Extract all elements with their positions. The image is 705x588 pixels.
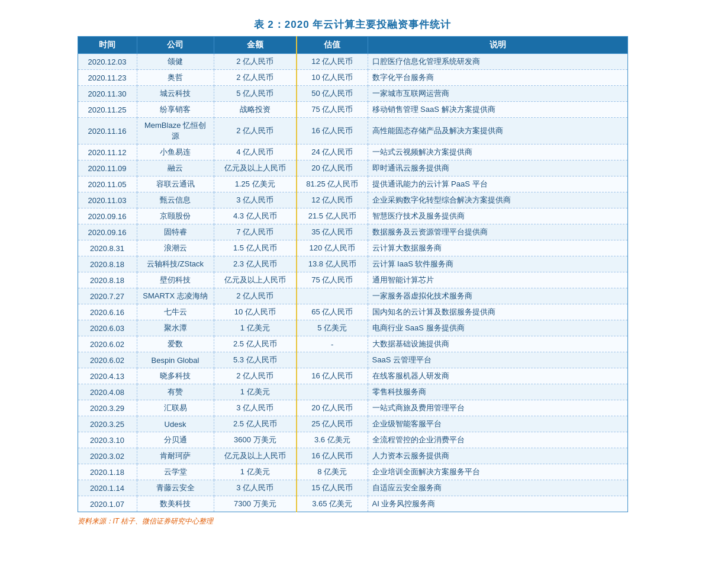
main-table: 时间 公司 金额 估值 说明 2020.12.03颌健2 亿人民币12 亿人民币… <box>78 36 628 512</box>
cell-amount: 2.5 亿人民币 <box>214 416 297 432</box>
cell-desc: 一站式云视频解决方案提供商 <box>368 144 627 160</box>
cell-amount: 7300 万美元 <box>214 496 297 512</box>
cell-amount: 1 亿美元 <box>214 464 297 480</box>
cell-desc: 企业培训全面解决方案服务平台 <box>368 464 627 480</box>
cell-valuation: 3.6 亿美元 <box>297 432 368 448</box>
cell-time: 2020.09.16 <box>78 208 137 224</box>
cell-amount: 5.3 亿人民币 <box>214 352 297 368</box>
cell-amount: 4.3 亿人民币 <box>214 208 297 224</box>
cell-valuation: 65 亿人民币 <box>297 304 368 320</box>
table-row: 2020.11.30城云科技5 亿人民币50 亿人民币一家城市互联网运营商 <box>78 86 627 102</box>
cell-valuation: 50 亿人民币 <box>297 86 368 102</box>
cell-amount: 1 亿美元 <box>214 384 297 400</box>
cell-time: 2020.11.12 <box>78 144 137 160</box>
table-row: 2020.09.16固特睿7 亿人民币35 亿人民币数据服务及云资源管理平台提供… <box>78 224 627 240</box>
cell-desc: 通用智能计算芯片 <box>368 272 627 288</box>
table-row: 2020.8.31浪潮云1.5 亿人民币120 亿人民币云计算大数据服务商 <box>78 240 627 256</box>
cell-company: 七牛云 <box>137 304 214 320</box>
header-amount: 金额 <box>214 37 297 54</box>
cell-valuation: 20 亿人民币 <box>297 400 368 416</box>
cell-desc: 一家城市互联网运营商 <box>368 86 627 102</box>
cell-valuation: 8 亿美元 <box>297 464 368 480</box>
cell-amount: 2 亿人民币 <box>214 368 297 384</box>
cell-time: 2020.6.02 <box>78 352 137 368</box>
table-row: 2020.3.10分贝通3600 万美元3.6 亿美元全流程管控的企业消费平台 <box>78 432 627 448</box>
cell-time: 2020.11.03 <box>78 192 137 208</box>
cell-company: 京颐股份 <box>137 208 214 224</box>
cell-amount: 2.5 亿人民币 <box>214 336 297 352</box>
table-row: 2020.3.02肯耐珂萨亿元及以上人民币16 亿人民币人力资本云服务提供商 <box>78 448 627 464</box>
cell-time: 2020.8.18 <box>78 256 137 272</box>
cell-company: 晓多科技 <box>137 368 214 384</box>
cell-company: 有赞 <box>137 384 214 400</box>
cell-valuation: 75 亿人民币 <box>297 272 368 288</box>
table-row: 2020.6.03聚水潭1 亿美元5 亿美元电商行业 SaaS 服务提供商 <box>78 320 627 336</box>
table-row: 2020.4.08有赞1 亿美元零售科技服务商 <box>78 384 627 400</box>
table-row: 2020.8.18壁仞科技亿元及以上人民币75 亿人民币通用智能计算芯片 <box>78 272 627 288</box>
cell-desc: 提供通讯能力的云计算 PaaS 平台 <box>368 176 627 192</box>
cell-amount: 1.25 亿美元 <box>214 176 297 192</box>
cell-desc: 云计算 IaaS 软件服务商 <box>368 256 627 272</box>
cell-valuation: 75 亿人民币 <box>297 102 368 118</box>
cell-company: 奥哲 <box>137 70 214 86</box>
cell-amount: 10 亿人民币 <box>214 304 297 320</box>
table-row: 2020.09.16京颐股份4.3 亿人民币21.5 亿人民币智慧医疗技术及服务… <box>78 208 627 224</box>
table-row: 2020.1.07数美科技7300 万美元3.65 亿美元AI 业务风控服务商 <box>78 496 627 512</box>
table-row: 2020.11.25纷享销客战略投资75 亿人民币移动销售管理 SaaS 解决方… <box>78 102 627 118</box>
cell-company: 融云 <box>137 160 214 176</box>
cell-desc: 一站式商旅及费用管理平台 <box>368 400 627 416</box>
cell-company: 纷享销客 <box>137 102 214 118</box>
cell-time: 2020.11.05 <box>78 176 137 192</box>
cell-company: 青藤云安全 <box>137 480 214 496</box>
table-row: 2020.6.02Bespin Global5.3 亿人民币SaaS 云管理平台 <box>78 352 627 368</box>
cell-desc: 云计算大数据服务商 <box>368 240 627 256</box>
cell-company: 壁仞科技 <box>137 272 214 288</box>
cell-desc: 国内知名的云计算及数据服务提供商 <box>368 304 627 320</box>
cell-desc: 一家服务器虚拟化技术服务商 <box>368 288 627 304</box>
cell-valuation: 3.65 亿美元 <box>297 496 368 512</box>
cell-valuation <box>297 288 368 304</box>
cell-valuation: 12 亿人民币 <box>297 54 368 70</box>
cell-company: 城云科技 <box>137 86 214 102</box>
cell-desc: 人力资本云服务提供商 <box>368 448 627 464</box>
table-row: 2020.11.23奥哲2 亿人民币10 亿人民币数字化平台服务商 <box>78 70 627 86</box>
cell-amount: 3 亿人民币 <box>214 480 297 496</box>
cell-amount: 2 亿人民币 <box>214 70 297 86</box>
cell-amount: 3 亿人民币 <box>214 192 297 208</box>
cell-time: 2020.7.27 <box>78 288 137 304</box>
cell-desc: 企业级智能客服平台 <box>368 416 627 432</box>
cell-time: 2020.1.07 <box>78 496 137 512</box>
cell-amount: 亿元及以上人民币 <box>214 272 297 288</box>
cell-amount: 7 亿人民币 <box>214 224 297 240</box>
table-row: 2020.1.18云学堂1 亿美元8 亿美元企业培训全面解决方案服务平台 <box>78 464 627 480</box>
cell-time: 2020.09.16 <box>78 224 137 240</box>
cell-desc: 零售科技服务商 <box>368 384 627 400</box>
table-row: 2020.8.18云轴科技/ZStack2.3 亿人民币13.8 亿人民币云计算… <box>78 256 627 272</box>
table-row: 2020.1.14青藤云安全3 亿人民币15 亿人民币自适应云安全服务商 <box>78 480 627 496</box>
cell-amount: 2 亿人民币 <box>214 288 297 304</box>
cell-time: 2020.3.25 <box>78 416 137 432</box>
cell-time: 2020.8.31 <box>78 240 137 256</box>
cell-desc: AI 业务风控服务商 <box>368 496 627 512</box>
cell-valuation: 16 亿人民币 <box>297 368 368 384</box>
table-row: 2020.6.16七牛云10 亿人民币65 亿人民币国内知名的云计算及数据服务提… <box>78 304 627 320</box>
cell-time: 2020.1.14 <box>78 480 137 496</box>
cell-company: 固特睿 <box>137 224 214 240</box>
cell-company: 甄云信息 <box>137 192 214 208</box>
header-valuation: 估值 <box>297 37 368 54</box>
cell-desc: 移动销售管理 SaaS 解决方案提供商 <box>368 102 627 118</box>
table-title: 表 2：2020 年云计算主要投融资事件统计 <box>78 18 628 31</box>
cell-time: 2020.6.02 <box>78 336 137 352</box>
cell-valuation: 24 亿人民币 <box>297 144 368 160</box>
cell-company: 小鱼易连 <box>137 144 214 160</box>
cell-desc: 全流程管控的企业消费平台 <box>368 432 627 448</box>
cell-company: 汇联易 <box>137 400 214 416</box>
table-row: 2020.11.12小鱼易连4 亿人民币24 亿人民币一站式云视频解决方案提供商 <box>78 144 627 160</box>
cell-company: MemBlaze 忆恒创源 <box>137 118 214 144</box>
cell-desc: 企业采购数字化转型综合解决方案提供商 <box>368 192 627 208</box>
table-row: 2020.4.13晓多科技2 亿人民币16 亿人民币在线客服机器人研发商 <box>78 368 627 384</box>
cell-valuation: 13.8 亿人民币 <box>297 256 368 272</box>
table-row: 2020.11.16MemBlaze 忆恒创源2 亿人民币16 亿人民币高性能固… <box>78 118 627 144</box>
table-row: 2020.3.25Udesk2.5 亿人民币25 亿人民币企业级智能客服平台 <box>78 416 627 432</box>
cell-desc: 大数据基础设施提供商 <box>368 336 627 352</box>
